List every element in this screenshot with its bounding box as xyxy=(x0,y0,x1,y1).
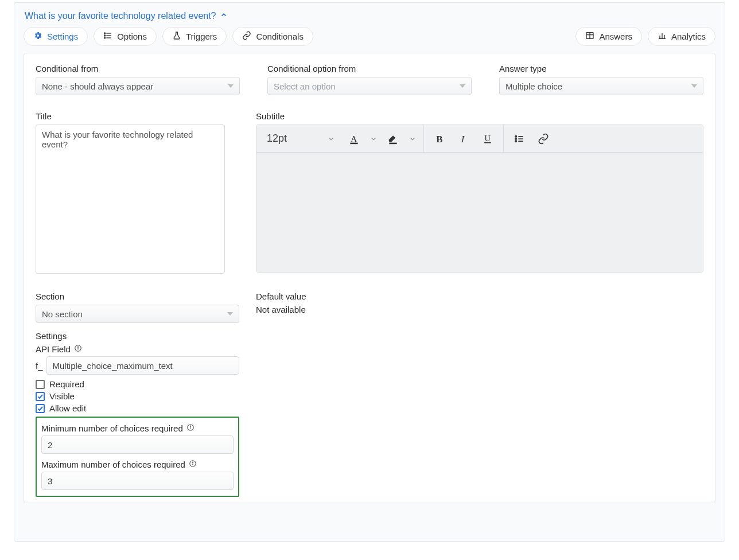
italic-button[interactable]: I xyxy=(455,130,472,147)
visible-checkbox[interactable]: Visible xyxy=(36,391,239,401)
answers-button[interactable]: Answers xyxy=(575,27,642,46)
flask-icon xyxy=(172,31,181,42)
info-icon[interactable] xyxy=(186,423,195,433)
font-size-value: 12pt xyxy=(267,133,287,145)
svg-rect-14 xyxy=(350,142,357,144)
underline-button[interactable]: U xyxy=(479,130,496,147)
svg-text:B: B xyxy=(436,133,442,144)
caret-down-icon xyxy=(691,84,697,88)
settings-heading: Settings xyxy=(36,331,239,341)
chevron-down-icon[interactable] xyxy=(370,135,378,143)
required-checkbox[interactable]: Required xyxy=(36,379,239,389)
caret-down-icon xyxy=(228,84,234,88)
question-title-link[interactable]: What is your favorite technology related… xyxy=(25,11,228,21)
analytics-button[interactable]: Analytics xyxy=(648,27,715,46)
tab-options[interactable]: Options xyxy=(94,27,157,46)
table-icon xyxy=(585,31,594,42)
svg-point-3 xyxy=(104,33,106,34)
subtitle-label: Subtitle xyxy=(256,111,703,121)
chart-icon xyxy=(658,31,667,42)
info-icon[interactable] xyxy=(189,460,197,469)
info-icon[interactable] xyxy=(74,344,82,354)
subtitle-toolbar: 12pt A B I U xyxy=(256,125,703,153)
visible-label: Visible xyxy=(49,391,75,401)
tab-options-label: Options xyxy=(117,32,147,41)
chevron-down-icon xyxy=(327,135,335,143)
bullet-list-button[interactable] xyxy=(511,130,528,147)
tab-triggers-label: Triggers xyxy=(186,32,217,41)
checkbox-checked-icon xyxy=(36,404,45,413)
answer-type-label: Answer type xyxy=(499,64,703,73)
tab-settings-label: Settings xyxy=(47,32,78,41)
svg-point-21 xyxy=(515,138,517,139)
api-field-input[interactable] xyxy=(46,356,239,375)
tab-triggers[interactable]: Triggers xyxy=(162,27,227,46)
svg-rect-19 xyxy=(484,142,491,143)
allow-edit-label: Allow edit xyxy=(49,403,86,413)
highlight-color-button[interactable] xyxy=(384,130,402,147)
checkbox-checked-icon xyxy=(36,392,45,401)
default-value-text: Not available xyxy=(256,305,703,314)
answer-type-value: Multiple choice xyxy=(505,81,562,91)
default-value-label: Default value xyxy=(256,291,703,301)
svg-point-28 xyxy=(77,347,78,347)
answers-label: Answers xyxy=(599,32,632,41)
min-choices-label: Minimum number of choices required xyxy=(41,423,183,433)
min-choices-input[interactable] xyxy=(41,435,234,454)
question-title-text: What is your favorite technology related… xyxy=(25,11,216,21)
caret-down-icon xyxy=(460,84,465,88)
svg-text:U: U xyxy=(484,134,491,143)
conditional-option-from-label: Conditional option from xyxy=(267,64,472,73)
tab-settings[interactable]: Settings xyxy=(24,27,88,46)
svg-text:I: I xyxy=(461,133,465,144)
caret-down-icon xyxy=(227,312,233,316)
svg-point-5 xyxy=(104,37,106,38)
subtitle-editor-body[interactable] xyxy=(256,153,703,272)
checkbox-icon xyxy=(36,380,45,389)
section-select[interactable]: No section xyxy=(36,305,239,323)
tab-conditionals-label: Conditionals xyxy=(256,32,304,41)
tab-conditionals[interactable]: Conditionals xyxy=(232,27,313,46)
conditional-from-value: None - should always appear xyxy=(42,81,153,91)
font-size-dropdown[interactable]: 12pt xyxy=(263,133,339,145)
title-textarea[interactable] xyxy=(36,125,225,274)
conditional-option-from-select[interactable]: Select an option xyxy=(267,77,472,95)
svg-rect-15 xyxy=(389,142,396,144)
section-value: No section xyxy=(42,309,83,319)
required-label: Required xyxy=(49,379,84,389)
link-button[interactable] xyxy=(535,130,552,147)
choices-highlight-box: Minimum number of choices required Maxim… xyxy=(36,417,239,497)
svg-point-4 xyxy=(104,35,106,36)
svg-point-31 xyxy=(190,426,190,426)
gear-icon xyxy=(33,31,42,42)
section-label: Section xyxy=(36,291,239,301)
conditional-from-select[interactable]: None - should always appear xyxy=(36,77,240,95)
bold-button[interactable]: B xyxy=(431,130,448,147)
chevron-up-icon xyxy=(220,11,228,21)
api-field-prefix: f_ xyxy=(36,361,43,371)
conditional-option-from-value: Select an option xyxy=(274,81,336,91)
list-icon xyxy=(103,31,112,42)
svg-point-20 xyxy=(515,135,517,137)
max-choices-input[interactable] xyxy=(41,472,234,490)
chevron-down-icon[interactable] xyxy=(409,135,417,143)
api-field-label: API Field xyxy=(36,344,71,354)
max-choices-label: Maximum number of choices required xyxy=(41,460,185,469)
answer-type-select[interactable]: Multiple choice xyxy=(499,77,703,95)
svg-point-22 xyxy=(515,140,517,142)
conditional-from-label: Conditional from xyxy=(36,64,240,73)
analytics-label: Analytics xyxy=(671,32,706,41)
text-color-button[interactable]: A xyxy=(345,130,363,147)
svg-point-34 xyxy=(192,462,193,462)
allow-edit-checkbox[interactable]: Allow edit xyxy=(36,403,239,413)
title-label: Title xyxy=(36,111,225,121)
svg-text:A: A xyxy=(351,134,357,143)
link-icon xyxy=(242,31,251,42)
